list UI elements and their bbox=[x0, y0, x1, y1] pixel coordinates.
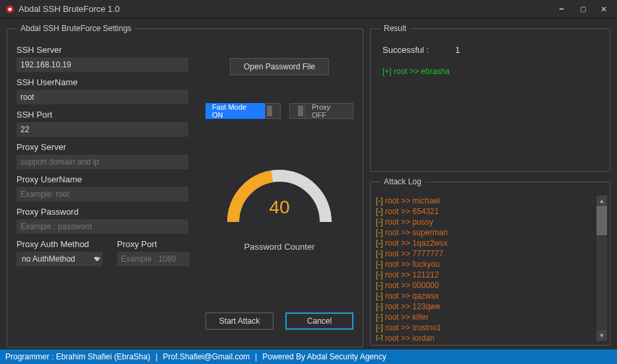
footer: Programmer : Ebrahim Shafiei (EbraSha) |… bbox=[0, 349, 617, 364]
proxy-toggle-label[interactable]: Proxy OFF bbox=[305, 103, 353, 119]
result-entry: [+] root >> ebrasha bbox=[382, 67, 598, 76]
settings-legend: Abdal SSH BruteForce Settings bbox=[17, 24, 135, 33]
gauge-value: 40 bbox=[217, 197, 342, 218]
ssh-server-label: SSH Server bbox=[17, 45, 196, 55]
attack-log-line: [-] root >> 1qaz2wsx bbox=[376, 238, 607, 248]
proxy-password-input[interactable] bbox=[17, 219, 188, 234]
proxy-server-label: Proxy Server bbox=[17, 142, 196, 152]
attack-log-line: [-] root >> 121212 bbox=[376, 270, 607, 280]
fast-mode-toggle-label[interactable]: Fast Mode ON bbox=[205, 103, 265, 119]
titlebar: Abdal SSH BruteForce 1.0 bbox=[0, 0, 617, 18]
ssh-port-input[interactable] bbox=[17, 122, 188, 137]
fast-mode-toggle[interactable] bbox=[265, 103, 281, 119]
proxy-toggle[interactable] bbox=[289, 103, 305, 119]
minimize-button[interactable] bbox=[551, 1, 572, 17]
maximize-button[interactable] bbox=[572, 1, 593, 17]
attack-log-line: [-] root >> fuckyou bbox=[376, 259, 607, 270]
attack-log-legend: Attack Log bbox=[380, 177, 425, 186]
successful-count: 1 bbox=[455, 45, 460, 55]
successful-label: Successful : bbox=[382, 45, 429, 55]
app-icon bbox=[5, 5, 15, 14]
attack-log-line: [-] root >> killer bbox=[376, 312, 607, 322]
attack-log-line: [-] root >> 123qwe bbox=[376, 301, 607, 312]
footer-programmer: Programmer : Ebrahim Shafiei (EbraSha) bbox=[5, 352, 150, 361]
proxy-auth-select[interactable]: no AuthMethod bbox=[17, 252, 102, 266]
ssh-port-label: SSH Port bbox=[17, 110, 196, 120]
proxy-password-label: Proxy Password bbox=[17, 207, 196, 217]
attack-log-line: [-] root >> 654321 bbox=[376, 206, 607, 217]
attack-log-panel: Attack Log [-] root >> michael[-] root >… bbox=[370, 177, 610, 346]
attack-log-line: [-] root >> michael bbox=[376, 196, 607, 206]
scroll-up-icon[interactable]: ▲ bbox=[597, 196, 607, 206]
settings-panel: Abdal SSH BruteForce Settings SSH Server… bbox=[7, 24, 363, 347]
ssh-server-input[interactable] bbox=[17, 57, 188, 72]
attack-log-line: [-] root >> jordan bbox=[376, 333, 607, 341]
proxy-port-input[interactable] bbox=[117, 252, 190, 266]
cancel-button[interactable]: Cancel bbox=[285, 312, 353, 330]
ssh-username-input[interactable] bbox=[17, 90, 188, 104]
attack-log-line: [-] root >> qazwsx bbox=[376, 291, 607, 301]
result-panel: Result Successful : 1 [+] root >> ebrash… bbox=[370, 24, 610, 172]
result-legend: Result bbox=[380, 24, 410, 33]
attack-log-line: [-] root >> superman bbox=[376, 227, 607, 238]
svg-point-1 bbox=[8, 7, 11, 11]
proxy-port-label: Proxy Port bbox=[117, 239, 196, 249]
proxy-auth-label: Proxy Auth Method bbox=[17, 239, 102, 249]
attack-log-list: [-] root >> michael[-] root >> 654321[-]… bbox=[376, 196, 607, 341]
open-password-file-button[interactable]: Open Password File bbox=[230, 58, 329, 75]
proxy-username-input[interactable] bbox=[17, 187, 188, 201]
close-button[interactable] bbox=[593, 1, 614, 17]
attack-log-line: [-] root >> 000000 bbox=[376, 280, 607, 291]
proxy-username-label: Proxy UserName bbox=[17, 174, 196, 184]
footer-email: Prof.Shafiei@Gmail.com bbox=[163, 352, 250, 361]
scroll-down-icon[interactable]: ▼ bbox=[597, 330, 607, 341]
attack-log-line: [-] root >> 7777777 bbox=[376, 248, 607, 259]
proxy-server-input[interactable] bbox=[17, 155, 188, 169]
attack-log-line: [-] root >> trustno1 bbox=[376, 322, 607, 333]
footer-powered: Powered By Abdal Security Agency bbox=[262, 352, 386, 361]
start-attack-button[interactable]: Start Attack bbox=[205, 312, 273, 330]
ssh-username-label: SSH UserName bbox=[17, 77, 196, 87]
scroll-thumb[interactable] bbox=[597, 206, 607, 235]
log-scrollbar[interactable]: ▲ ▼ bbox=[597, 196, 607, 341]
gauge-label: Password Counter bbox=[244, 242, 315, 252]
attack-log-line: [-] root >> pussy bbox=[376, 217, 607, 227]
window-title: Abdal SSH BruteForce 1.0 bbox=[18, 4, 551, 14]
password-counter-gauge: 40 bbox=[217, 156, 342, 235]
